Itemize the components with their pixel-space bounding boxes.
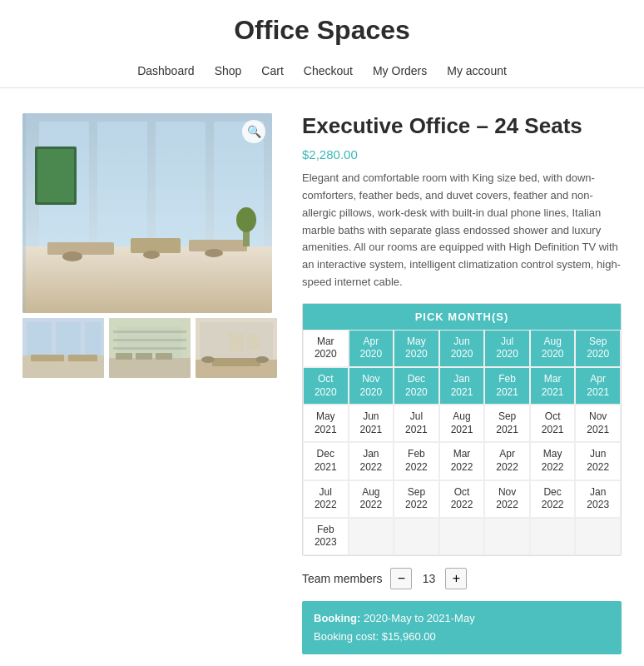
calendar-cell[interactable]: Sep 2020 <box>575 330 621 367</box>
nav-item-shop[interactable]: Shop <box>215 64 242 77</box>
svg-rect-4 <box>97 122 147 246</box>
calendar-cell[interactable]: Feb 2022 <box>394 442 439 480</box>
svg-rect-40 <box>247 335 260 350</box>
thumbnail-row <box>22 318 277 378</box>
thumbnail-1[interactable] <box>22 318 104 378</box>
calendar-cell <box>484 518 530 555</box>
calendar-cell[interactable]: Nov 2020 <box>349 367 394 405</box>
calendar-cell[interactable]: Sep 2021 <box>484 405 530 442</box>
calendar-cell[interactable]: Jan 2021 <box>439 367 485 405</box>
svg-point-38 <box>255 356 269 363</box>
svg-rect-36 <box>212 358 260 366</box>
calendar-cell[interactable]: Oct 2022 <box>439 480 485 518</box>
main-content: 🔍 <box>6 113 638 666</box>
nav-item-cart[interactable]: Cart <box>261 64 283 77</box>
calendar-cell[interactable]: Aug 2021 <box>439 405 485 442</box>
product-description: Elegant and comfortable room with King s… <box>302 170 622 291</box>
site-header: Office Spaces DashboardShopCartCheckoutM… <box>0 0 644 88</box>
calendar-cell[interactable]: Apr 2022 <box>484 442 530 480</box>
calendar-cell[interactable]: Mar 2022 <box>439 442 485 480</box>
svg-rect-8 <box>131 238 181 253</box>
nav-item-my-orders[interactable]: My Orders <box>373 64 427 77</box>
calendar-cell <box>530 518 576 555</box>
main-product-image: 🔍 <box>22 113 272 313</box>
product-info: Executive Office – 24 Seats $2,280.00 El… <box>302 113 622 666</box>
svg-rect-28 <box>136 353 152 360</box>
svg-rect-39 <box>229 333 244 351</box>
calendar-cell[interactable]: Dec 2021 <box>303 442 349 480</box>
svg-point-10 <box>62 251 82 261</box>
month-picker: PICK MONTH(S) Mar 2020Apr 2020May 2020Ju… <box>302 303 622 556</box>
calendar-cell[interactable]: Jun 2021 <box>349 405 394 442</box>
svg-rect-7 <box>47 242 114 255</box>
calendar-cell[interactable]: Nov 2022 <box>484 480 530 518</box>
svg-rect-2 <box>22 113 26 313</box>
calendar-cell[interactable]: Aug 2020 <box>530 330 576 367</box>
calendar-cell[interactable]: Nov 2021 <box>575 405 621 442</box>
thumbnail-2[interactable] <box>109 318 191 378</box>
svg-rect-5 <box>156 122 206 246</box>
nav-item-my-account[interactable]: My account <box>447 64 507 77</box>
svg-rect-25 <box>109 358 191 378</box>
calendar-header: PICK MONTH(S) <box>303 304 621 330</box>
calendar-cell[interactable]: Jul 2020 <box>484 330 530 367</box>
svg-point-37 <box>201 356 215 363</box>
calendar-cell[interactable]: May 2022 <box>530 442 576 480</box>
calendar-cell[interactable]: Jan 2023 <box>575 480 621 518</box>
calendar-cell[interactable]: Dec 2020 <box>394 367 439 405</box>
calendar-grid: Mar 2020Apr 2020May 2020Jun 2020Jul 2020… <box>303 330 621 555</box>
calendar-cell[interactable]: Mar 2021 <box>530 367 576 405</box>
calendar-cell[interactable]: Apr 2021 <box>575 367 621 405</box>
nav-item-checkout[interactable]: Checkout <box>304 64 353 77</box>
booking-summary-line1: Booking: 2020-May to 2021-May <box>314 609 610 628</box>
thumbnail-3[interactable] <box>196 318 277 378</box>
calendar-cell[interactable]: Jul 2021 <box>394 405 439 442</box>
calendar-cell[interactable]: Jun 2020 <box>439 330 485 367</box>
calendar-cell[interactable]: Apr 2020 <box>349 330 394 367</box>
svg-rect-27 <box>116 353 132 360</box>
calendar-cell <box>349 518 394 555</box>
calendar-cell[interactable]: Oct 2021 <box>530 405 576 442</box>
calendar-cell[interactable]: Sep 2022 <box>394 480 439 518</box>
team-minus-button[interactable]: − <box>390 568 412 589</box>
calendar-cell[interactable]: Jun 2022 <box>575 442 621 480</box>
calendar-cell <box>394 518 439 555</box>
calendar-cell[interactable]: Aug 2022 <box>349 480 394 518</box>
svg-rect-32 <box>113 347 186 350</box>
svg-point-14 <box>236 207 256 232</box>
calendar-cell[interactable]: Oct 2020 <box>303 367 349 405</box>
product-images: 🔍 <box>22 113 277 666</box>
team-members-label: Team members <box>302 572 382 585</box>
calendar-cell[interactable]: Feb 2023 <box>303 518 349 555</box>
calendar-cell[interactable]: May 2021 <box>303 405 349 442</box>
calendar-cell[interactable]: Mar 2020 <box>303 330 349 367</box>
svg-point-12 <box>205 249 223 257</box>
main-nav: DashboardShopCartCheckoutMy OrdersMy acc… <box>0 56 644 87</box>
site-title: Office Spaces <box>0 15 644 46</box>
calendar-cell[interactable]: Jul 2022 <box>303 480 349 518</box>
calendar-cell[interactable]: Feb 2021 <box>484 367 530 405</box>
calendar-cell[interactable]: May 2020 <box>394 330 439 367</box>
svg-rect-22 <box>31 355 64 361</box>
svg-rect-23 <box>68 355 97 361</box>
svg-rect-30 <box>113 331 186 333</box>
team-plus-button[interactable]: + <box>445 568 467 589</box>
calendar-cell <box>439 518 485 555</box>
calendar-cell[interactable]: Jan 2022 <box>349 442 394 480</box>
booking-bold-label: Booking: <box>314 612 360 624</box>
product-title: Executive Office – 24 Seats <box>302 113 622 139</box>
nav-item-dashboard[interactable]: Dashboard <box>137 64 195 77</box>
booking-cost: Booking cost: $15,960.00 <box>314 628 610 646</box>
svg-rect-16 <box>37 149 74 202</box>
calendar-cell[interactable]: Dec 2022 <box>530 480 576 518</box>
booking-dates: 2020-May to 2021-May <box>364 612 475 624</box>
zoom-button[interactable]: 🔍 <box>242 120 265 143</box>
svg-point-11 <box>143 251 160 259</box>
calendar-cell <box>575 518 621 555</box>
svg-rect-20 <box>56 322 81 355</box>
product-price: $2,280.00 <box>302 147 622 162</box>
svg-rect-21 <box>85 322 102 355</box>
team-quantity: 13 <box>420 572 437 585</box>
svg-rect-29 <box>156 353 172 360</box>
team-members-row: Team members − 13 + <box>302 568 622 589</box>
